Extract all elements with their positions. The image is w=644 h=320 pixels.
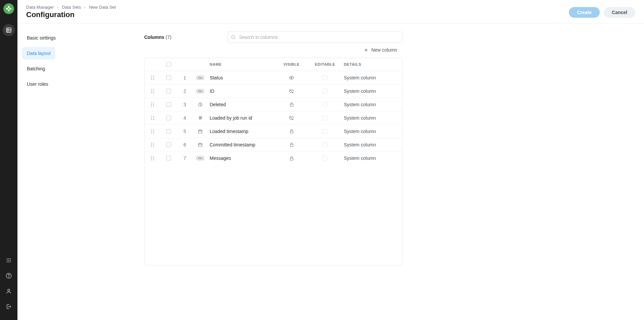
svg-point-7 xyxy=(7,260,8,261)
cancel-button[interactable]: Cancel xyxy=(604,7,635,18)
create-button[interactable]: Create xyxy=(569,7,600,18)
table-row[interactable]: 2AbcIDSystem column xyxy=(145,84,402,98)
side-tab-basic-settings[interactable]: Basic settings xyxy=(22,31,60,44)
drag-handle-icon[interactable] xyxy=(145,129,161,134)
row-checkbox[interactable] xyxy=(166,102,171,107)
visibility-icon[interactable] xyxy=(275,156,308,161)
row-checkbox[interactable] xyxy=(166,89,171,93)
breadcrumb: Data Manager Data Sets New Data Set xyxy=(26,5,116,10)
side-tab-data-layout[interactable]: Data layout xyxy=(22,47,55,60)
column-name: Committed timestamp xyxy=(208,142,275,147)
column-type-icon xyxy=(193,102,208,107)
drag-handle-icon[interactable] xyxy=(145,89,161,93)
row-number: 1 xyxy=(177,75,193,80)
table-row[interactable]: 4Loaded by job run idSystem column xyxy=(145,111,402,125)
side-tab-batching[interactable]: Batching xyxy=(22,62,50,75)
settings-side-tabs: Basic settings Data layout Batching User… xyxy=(17,23,144,320)
new-column-button[interactable]: New column xyxy=(362,47,399,53)
svg-point-6 xyxy=(10,258,11,259)
nav-rail xyxy=(0,0,17,320)
svg-point-80 xyxy=(153,159,154,161)
drag-handle-icon[interactable] xyxy=(145,156,161,161)
app-logo xyxy=(3,3,14,14)
visibility-icon[interactable] xyxy=(275,115,308,121)
row-checkbox[interactable] xyxy=(166,129,171,134)
editable-checkbox xyxy=(323,102,327,107)
side-tab-user-roles[interactable]: User roles xyxy=(22,78,53,90)
svg-point-55 xyxy=(151,131,152,132)
svg-point-79 xyxy=(151,159,152,161)
chevron-right-icon xyxy=(56,5,60,9)
svg-point-76 xyxy=(153,156,154,157)
svg-line-50 xyxy=(200,116,200,120)
visibility-icon[interactable] xyxy=(275,102,308,107)
drag-handle-icon[interactable] xyxy=(145,116,161,120)
column-type-icon xyxy=(193,142,208,147)
svg-point-28 xyxy=(153,89,154,90)
breadcrumb-item[interactable]: Data Manager xyxy=(26,5,54,10)
visibility-icon[interactable] xyxy=(275,129,308,134)
drag-handle-icon[interactable] xyxy=(145,142,161,147)
svg-point-45 xyxy=(153,117,154,118)
svg-point-58 xyxy=(153,132,154,133)
svg-point-31 xyxy=(151,92,152,93)
row-checkbox[interactable] xyxy=(166,142,171,147)
column-type-icon xyxy=(193,115,208,120)
breadcrumb-item[interactable]: Data Sets xyxy=(62,5,81,10)
nav-apps-icon[interactable] xyxy=(3,254,15,266)
row-number: 7 xyxy=(177,155,193,161)
svg-point-5 xyxy=(8,258,9,259)
search-columns-input[interactable] xyxy=(227,31,402,43)
table-row[interactable]: 5Loaded timestampSystem column xyxy=(145,125,402,138)
svg-point-38 xyxy=(151,106,152,107)
svg-point-68 xyxy=(151,146,152,147)
svg-point-12 xyxy=(10,261,11,262)
svg-point-14 xyxy=(8,277,9,277)
table-row[interactable]: 1AbcStatusSystem column xyxy=(145,71,402,84)
svg-point-78 xyxy=(153,158,154,159)
visibility-icon[interactable] xyxy=(275,88,308,94)
svg-rect-81 xyxy=(290,158,293,160)
col-header-visible: VISIBLE xyxy=(275,62,308,66)
editable-checkbox xyxy=(323,142,327,147)
row-checkbox[interactable] xyxy=(166,75,171,80)
select-all-checkbox[interactable] xyxy=(166,62,171,67)
table-row[interactable]: 7AbcMessagesSystem column xyxy=(145,151,402,165)
editable-checkbox xyxy=(323,116,327,120)
visibility-icon[interactable] xyxy=(275,142,308,147)
drag-handle-icon[interactable] xyxy=(145,75,161,80)
svg-point-54 xyxy=(153,129,154,130)
column-name: Loaded timestamp xyxy=(208,129,275,134)
svg-point-20 xyxy=(151,75,152,76)
nav-data-sets-icon[interactable] xyxy=(3,24,15,36)
svg-point-46 xyxy=(151,119,152,120)
column-details: System column xyxy=(342,88,402,94)
column-type-icon: Abc xyxy=(193,89,208,93)
svg-point-8 xyxy=(8,260,9,261)
svg-point-23 xyxy=(153,77,154,78)
table-row[interactable]: 3DeletedSystem column xyxy=(145,98,402,111)
row-checkbox[interactable] xyxy=(166,116,171,120)
svg-rect-63 xyxy=(290,131,293,133)
svg-point-37 xyxy=(153,104,154,105)
svg-point-64 xyxy=(151,142,152,143)
page-title: Configuration xyxy=(26,10,116,19)
visibility-icon[interactable] xyxy=(275,75,308,80)
svg-point-16 xyxy=(232,36,235,39)
svg-point-26 xyxy=(291,77,292,78)
breadcrumb-item[interactable]: New Data Set xyxy=(89,5,116,10)
column-type-icon: Abc xyxy=(193,76,208,80)
table-row[interactable]: 6Committed timestampSystem column xyxy=(145,138,402,151)
svg-point-43 xyxy=(153,116,154,117)
svg-point-65 xyxy=(153,142,154,143)
svg-point-9 xyxy=(10,260,11,261)
drag-handle-icon[interactable] xyxy=(145,102,161,107)
svg-point-11 xyxy=(8,261,9,262)
svg-point-10 xyxy=(7,261,8,262)
nav-logout-icon[interactable] xyxy=(3,301,15,313)
svg-point-75 xyxy=(151,156,152,157)
row-checkbox[interactable] xyxy=(166,156,171,161)
svg-rect-59 xyxy=(199,130,202,133)
nav-user-icon[interactable] xyxy=(3,285,15,297)
nav-help-icon[interactable] xyxy=(3,270,15,282)
